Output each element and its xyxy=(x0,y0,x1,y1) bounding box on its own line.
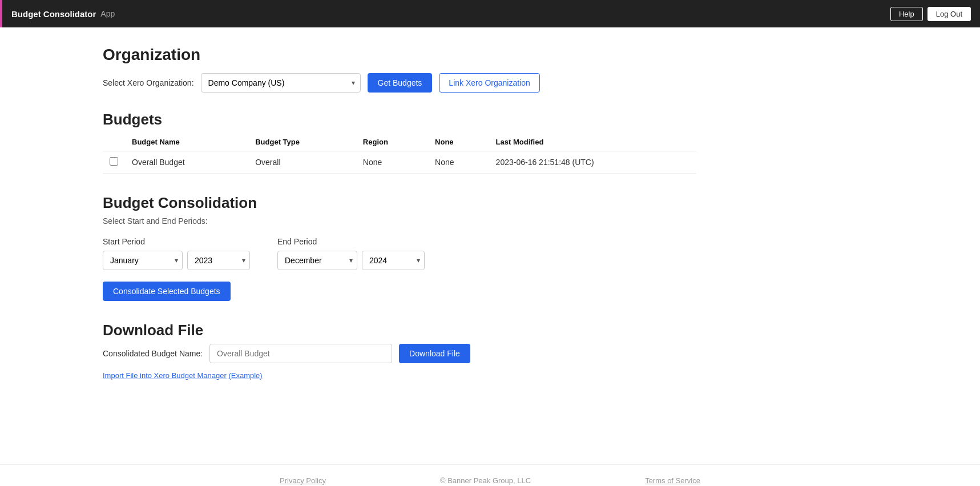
brand-name: Budget Consolidator xyxy=(11,9,96,19)
organization-title: Organization xyxy=(103,46,696,64)
start-month-wrapper: January February March April May June Ju… xyxy=(103,251,183,270)
end-period-label: End Period xyxy=(277,237,425,246)
col-last-modified: Last Modified xyxy=(489,133,696,151)
start-month-select[interactable]: January February March April May June Ju… xyxy=(103,251,183,270)
table-body: Overall Budget Overall None None 2023-06… xyxy=(103,151,696,174)
navbar-actions: Help Log Out xyxy=(890,7,971,21)
main-content: Organization Select Xero Organization: D… xyxy=(0,27,799,419)
col-region: Region xyxy=(356,133,428,151)
end-year-wrapper: 2020 2021 2022 2023 2024 2025 ▾ xyxy=(362,251,425,270)
navbar: Budget Consolidator App Help Log Out xyxy=(0,0,980,27)
start-period-selects: January February March April May June Ju… xyxy=(103,251,250,270)
download-label: Consolidated Budget Name: xyxy=(103,349,203,358)
budgets-table: Budget Name Budget Type Region None Last… xyxy=(103,133,696,174)
logout-button[interactable]: Log Out xyxy=(927,7,971,21)
start-year-select[interactable]: 2020 2021 2022 2023 2024 2025 xyxy=(187,251,250,270)
row-checkbox-cell xyxy=(103,151,125,174)
terms-of-service-link[interactable]: Terms of Service xyxy=(645,476,700,485)
copyright-text: © Banner Peak Group, LLC xyxy=(440,476,531,485)
privacy-policy-link[interactable]: Privacy Policy xyxy=(280,476,326,485)
help-button[interactable]: Help xyxy=(890,7,923,21)
end-period-group: End Period January February March April … xyxy=(277,237,425,270)
consolidate-button[interactable]: Consolidate Selected Budgets xyxy=(103,282,231,301)
table-header-row: Budget Name Budget Type Region None Last… xyxy=(103,133,696,151)
row-budget-type: Overall xyxy=(248,151,356,174)
start-period-group: Start Period January February March Apri… xyxy=(103,237,250,270)
start-period-label: Start Period xyxy=(103,237,250,246)
col-budget-name: Budget Name xyxy=(125,133,248,151)
example-link[interactable]: (Example) xyxy=(228,371,262,380)
get-budgets-button[interactable]: Get Budgets xyxy=(368,73,433,93)
end-month-wrapper: January February March April May June Ju… xyxy=(277,251,357,270)
col-none: None xyxy=(428,133,489,151)
organization-section: Organization Select Xero Organization: D… xyxy=(103,46,696,93)
table-header: Budget Name Budget Type Region None Last… xyxy=(103,133,696,151)
download-section: Download File Consolidated Budget Name: … xyxy=(103,322,696,380)
budgets-title: Budgets xyxy=(103,111,696,128)
org-select[interactable]: Demo Company (US) xyxy=(201,73,361,93)
row-budget-name: Overall Budget xyxy=(125,151,248,174)
col-budget-type: Budget Type xyxy=(248,133,356,151)
consolidation-title: Budget Consolidation xyxy=(103,194,696,212)
link-org-button[interactable]: Link Xero Organization xyxy=(439,73,539,93)
footer: Privacy Policy © Banner Peak Group, LLC … xyxy=(0,464,980,486)
download-title: Download File xyxy=(103,322,696,339)
org-row: Select Xero Organization: Demo Company (… xyxy=(103,73,696,93)
org-select-wrapper: Demo Company (US) ▾ xyxy=(201,73,361,93)
consolidation-section: Budget Consolidation Select Start and En… xyxy=(103,194,696,301)
app-label: App xyxy=(100,9,115,18)
budget-name-input[interactable] xyxy=(209,344,392,363)
download-file-button[interactable]: Download File xyxy=(399,344,470,363)
row-last-modified: 2023-06-16 21:51:48 (UTC) xyxy=(489,151,696,174)
budget-checkbox[interactable] xyxy=(110,157,118,166)
org-select-label: Select Xero Organization: xyxy=(103,78,194,87)
col-checkbox xyxy=(103,133,125,151)
import-link[interactable]: Import File into Xero Budget Manager xyxy=(103,371,227,380)
end-period-selects: January February March April May June Ju… xyxy=(277,251,425,270)
download-row: Consolidated Budget Name: Download File xyxy=(103,344,696,363)
budgets-section: Budgets Budget Name Budget Type Region N… xyxy=(103,111,696,174)
import-links: Import File into Xero Budget Manager (Ex… xyxy=(103,371,696,380)
consolidation-subtitle: Select Start and End Periods: xyxy=(103,216,696,226)
start-year-wrapper: 2020 2021 2022 2023 2024 2025 ▾ xyxy=(187,251,250,270)
table-row: Overall Budget Overall None None 2023-06… xyxy=(103,151,696,174)
end-month-select[interactable]: January February March April May June Ju… xyxy=(277,251,357,270)
end-year-select[interactable]: 2020 2021 2022 2023 2024 2025 xyxy=(362,251,425,270)
row-region: None xyxy=(356,151,428,174)
row-none: None xyxy=(428,151,489,174)
period-row: Start Period January February March Apri… xyxy=(103,237,696,270)
